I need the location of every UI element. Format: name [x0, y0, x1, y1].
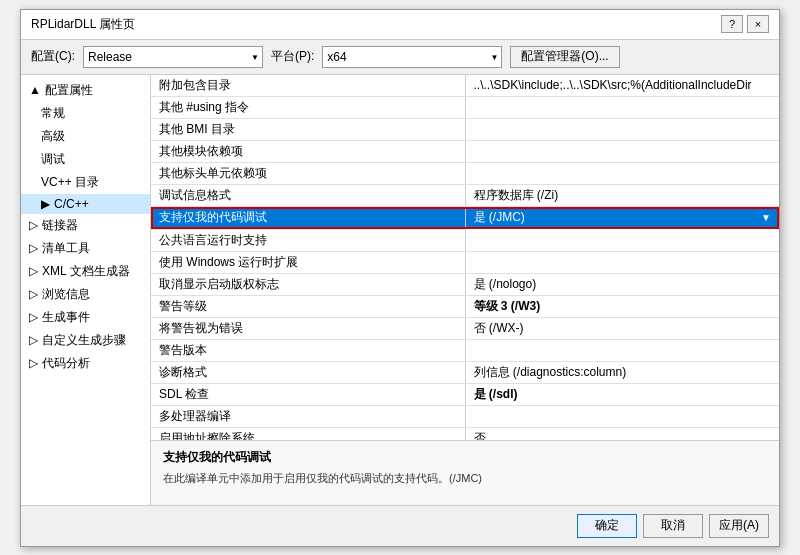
- table-row[interactable]: 公共语言运行时支持: [151, 229, 779, 251]
- table-row[interactable]: 支持仅我的代码调试是 (/JMC)▼: [151, 207, 779, 230]
- sidebar-header-label: 配置属性: [45, 82, 93, 99]
- expand-icon-manifest: ▷: [29, 241, 38, 255]
- title-bar-buttons: ? ×: [721, 15, 769, 33]
- close-button[interactable]: ×: [747, 15, 769, 33]
- table-row[interactable]: 调试信息格式程序数据库 (/Zi): [151, 185, 779, 207]
- table-row[interactable]: 其他模块依赖项: [151, 141, 779, 163]
- help-button[interactable]: ?: [721, 15, 743, 33]
- properties-table: 附加包含目录..\..\SDK\include;..\..\SDK\src;%(…: [151, 75, 779, 440]
- apply-button[interactable]: 应用(A): [709, 514, 769, 538]
- sidebar: ▲ 配置属性 常规 高级 调试 VC++ 目录 ▶ C/C++ ▷ 链接器 ▷ …: [21, 75, 151, 505]
- content-area: ▲ 配置属性 常规 高级 调试 VC++ 目录 ▶ C/C++ ▷ 链接器 ▷ …: [21, 75, 779, 505]
- prop-value: 否: [465, 427, 779, 440]
- table-row[interactable]: 其他标头单元依赖项: [151, 163, 779, 185]
- table-row[interactable]: 将警告视为错误否 (/WX-): [151, 317, 779, 339]
- prop-name: 警告版本: [151, 339, 465, 361]
- prop-value: ..\..\SDK\include;..\..\SDK\src;%(Additi…: [465, 75, 779, 97]
- sidebar-item-debug[interactable]: 调试: [21, 148, 150, 171]
- prop-value: 是 (/sdl): [465, 383, 779, 405]
- prop-name: 其他 #using 指令: [151, 97, 465, 119]
- table-row[interactable]: 警告版本: [151, 339, 779, 361]
- expand-icon-linker: ▷: [29, 218, 38, 232]
- config-label: 配置(C):: [31, 48, 75, 65]
- sidebar-item-browse[interactable]: ▷ 浏览信息: [21, 283, 150, 306]
- prop-value: [465, 339, 779, 361]
- dialog-title: RPLidarDLL 属性页: [31, 16, 135, 33]
- prop-value: [465, 229, 779, 251]
- table-row[interactable]: 使用 Windows 运行时扩展: [151, 251, 779, 273]
- sidebar-header[interactable]: ▲ 配置属性: [21, 79, 150, 102]
- config-select-wrapper: Release: [83, 46, 263, 68]
- title-bar: RPLidarDLL 属性页 ? ×: [21, 10, 779, 40]
- table-row[interactable]: 其他 BMI 目录: [151, 119, 779, 141]
- prop-value: 否 (/WX-): [465, 317, 779, 339]
- platform-label: 平台(P):: [271, 48, 314, 65]
- table-row[interactable]: 多处理器编译: [151, 405, 779, 427]
- collapse-icon: ▲: [29, 83, 41, 97]
- sidebar-item-custom-build[interactable]: ▷ 自定义生成步骤: [21, 329, 150, 352]
- prop-value: [465, 163, 779, 185]
- table-row[interactable]: 警告等级等级 3 (/W3): [151, 295, 779, 317]
- table-row[interactable]: SDL 检查是 (/sdl): [151, 383, 779, 405]
- expand-icon-xml: ▷: [29, 264, 38, 278]
- expand-icon-custom-build: ▷: [29, 333, 38, 347]
- table-row[interactable]: 启用地址擦除系统否: [151, 427, 779, 440]
- expand-icon-build-events: ▷: [29, 310, 38, 324]
- properties-area: 附加包含目录..\..\SDK\include;..\..\SDK\src;%(…: [151, 75, 779, 440]
- sidebar-item-advanced[interactable]: 高级: [21, 125, 150, 148]
- platform-select[interactable]: x64: [322, 46, 502, 68]
- platform-select-wrapper: x64: [322, 46, 502, 68]
- expand-icon-code-analysis: ▷: [29, 356, 38, 370]
- sidebar-item-cpp[interactable]: ▶ C/C++: [21, 194, 150, 214]
- prop-name: SDL 检查: [151, 383, 465, 405]
- prop-value: [465, 405, 779, 427]
- prop-value: [465, 97, 779, 119]
- sidebar-item-build-events[interactable]: ▷ 生成事件: [21, 306, 150, 329]
- prop-name: 支持仅我的代码调试: [151, 207, 465, 230]
- prop-name: 将警告视为错误: [151, 317, 465, 339]
- table-row[interactable]: 取消显示启动版权标志是 (/nologo): [151, 273, 779, 295]
- prop-value: [465, 251, 779, 273]
- main-scroll: 附加包含目录..\..\SDK\include;..\..\SDK\src;%(…: [151, 75, 779, 505]
- sidebar-item-vc-dirs[interactable]: VC++ 目录: [21, 171, 150, 194]
- prop-name: 公共语言运行时支持: [151, 229, 465, 251]
- dropdown-icon[interactable]: ▼: [761, 212, 771, 223]
- description-panel: 支持仅我的代码调试 在此编译单元中添加用于启用仅我的代码调试的支持代码。(/JM…: [151, 440, 779, 505]
- sidebar-item-linker[interactable]: ▷ 链接器: [21, 214, 150, 237]
- main-panel: 附加包含目录..\..\SDK\include;..\..\SDK\src;%(…: [151, 75, 779, 505]
- properties-dialog: RPLidarDLL 属性页 ? × 配置(C): Release 平台(P):…: [20, 9, 780, 547]
- prop-value: 等级 3 (/W3): [465, 295, 779, 317]
- prop-value: 是 (/nologo): [465, 273, 779, 295]
- expand-icon-browse: ▷: [29, 287, 38, 301]
- prop-value: 列信息 (/diagnostics:column): [465, 361, 779, 383]
- prop-name: 使用 Windows 运行时扩展: [151, 251, 465, 273]
- prop-name: 调试信息格式: [151, 185, 465, 207]
- cancel-button[interactable]: 取消: [643, 514, 703, 538]
- sidebar-item-manifest[interactable]: ▷ 清单工具: [21, 237, 150, 260]
- prop-name: 其他标头单元依赖项: [151, 163, 465, 185]
- prop-value[interactable]: 是 (/JMC)▼: [466, 207, 780, 229]
- prop-value: [465, 141, 779, 163]
- prop-name: 诊断格式: [151, 361, 465, 383]
- prop-name: 启用地址擦除系统: [151, 427, 465, 440]
- sidebar-item-xml[interactable]: ▷ XML 文档生成器: [21, 260, 150, 283]
- manager-button[interactable]: 配置管理器(O)...: [510, 46, 619, 68]
- prop-name: 附加包含目录: [151, 75, 465, 97]
- table-row[interactable]: 诊断格式列信息 (/diagnostics:column): [151, 361, 779, 383]
- footer: 确定 取消 应用(A): [21, 505, 779, 546]
- toolbar: 配置(C): Release 平台(P): x64 配置管理器(O)...: [21, 40, 779, 75]
- prop-name: 其他模块依赖项: [151, 141, 465, 163]
- table-row[interactable]: 附加包含目录..\..\SDK\include;..\..\SDK\src;%(…: [151, 75, 779, 97]
- sidebar-item-code-analysis[interactable]: ▷ 代码分析: [21, 352, 150, 375]
- prop-value: [465, 119, 779, 141]
- ok-button[interactable]: 确定: [577, 514, 637, 538]
- description-text: 在此编译单元中添加用于启用仅我的代码调试的支持代码。(/JMC): [163, 470, 767, 487]
- prop-value: 程序数据库 (/Zi): [465, 185, 779, 207]
- prop-name: 多处理器编译: [151, 405, 465, 427]
- prop-name: 警告等级: [151, 295, 465, 317]
- config-select[interactable]: Release: [83, 46, 263, 68]
- prop-name: 取消显示启动版权标志: [151, 273, 465, 295]
- expand-icon: ▶: [41, 197, 50, 211]
- table-row[interactable]: 其他 #using 指令: [151, 97, 779, 119]
- sidebar-item-general[interactable]: 常规: [21, 102, 150, 125]
